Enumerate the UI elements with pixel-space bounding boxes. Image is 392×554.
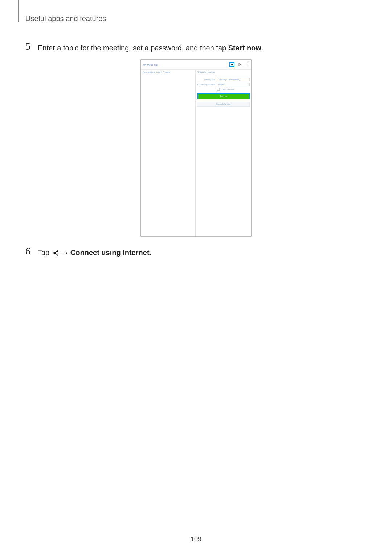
- show-password-row: Show password: [217, 88, 250, 91]
- more-icon[interactable]: ⋮: [245, 63, 249, 67]
- svg-point-2: [57, 254, 58, 255]
- step-5-post: .: [261, 44, 264, 52]
- right-pane: Schedule meeting Meeting topic Samsung m…: [196, 70, 251, 237]
- password-row: Set meeting password Optional: [197, 83, 250, 86]
- show-password-checkbox[interactable]: [217, 88, 220, 91]
- step-5-pre: Enter a topic for the meeting, set a pas…: [38, 44, 228, 52]
- app-body: No meetings in next 6 week Schedule meet…: [141, 70, 251, 237]
- app-bar: My Meetings + ⟳ ⋮: [141, 60, 251, 70]
- add-icon[interactable]: +: [229, 62, 234, 67]
- header-rule: [18, 0, 19, 22]
- topic-input[interactable]: Samsung mobile's meeting: [217, 78, 250, 81]
- step-6: 6 Tap →Connect using Internet.: [25, 247, 367, 259]
- figure-wrap: My Meetings + ⟳ ⋮ No meetings in next 6 …: [25, 59, 367, 237]
- step-5: 5 Enter a topic for the meeting, set a p…: [25, 43, 367, 53]
- password-label: Set meeting password: [197, 83, 215, 86]
- topic-row: Meeting topic Samsung mobile's meeting: [197, 78, 250, 81]
- svg-line-3: [55, 251, 57, 253]
- step-6-post: .: [150, 249, 152, 257]
- svg-line-4: [55, 253, 57, 255]
- app-title: My Meetings: [143, 63, 229, 66]
- step-number-5: 5: [25, 41, 38, 52]
- step-6-bold: Connect using Internet: [70, 249, 150, 257]
- schedule-later-button[interactable]: Schedule for later: [197, 102, 250, 107]
- share-icon: [53, 249, 59, 259]
- device-screenshot: My Meetings + ⟳ ⋮ No meetings in next 6 …: [140, 59, 252, 237]
- password-input[interactable]: Optional: [217, 83, 250, 86]
- app-actions: + ⟳ ⋮: [229, 62, 249, 67]
- page-number: 109: [0, 535, 392, 543]
- step-6-text: Tap →Connect using Internet.: [38, 247, 151, 259]
- step-5-bold: Start now: [228, 44, 261, 52]
- svg-point-1: [54, 252, 55, 253]
- step-6-pre: Tap: [38, 249, 52, 257]
- section-title: Useful apps and features: [25, 15, 367, 23]
- step-5-text: Enter a topic for the meeting, set a pas…: [38, 43, 263, 53]
- password-placeholder: Optional: [218, 83, 225, 86]
- show-password-label: Show password: [221, 88, 234, 90]
- left-pane: No meetings in next 6 week: [141, 70, 196, 237]
- arrow-icon: →: [62, 249, 69, 257]
- refresh-icon[interactable]: ⟳: [238, 63, 241, 67]
- topic-value: Samsung mobile's meeting: [218, 78, 240, 81]
- start-now-label: Start now: [220, 95, 227, 97]
- start-now-button[interactable]: Start now: [197, 93, 250, 99]
- svg-point-0: [57, 250, 58, 251]
- schedule-title: Schedule meeting: [197, 71, 250, 73]
- no-meetings-text: No meetings in next 6 week: [143, 71, 170, 73]
- schedule-later-label: Schedule for later: [216, 103, 230, 105]
- step-number-6: 6: [25, 246, 38, 256]
- topic-label: Meeting topic: [197, 78, 215, 81]
